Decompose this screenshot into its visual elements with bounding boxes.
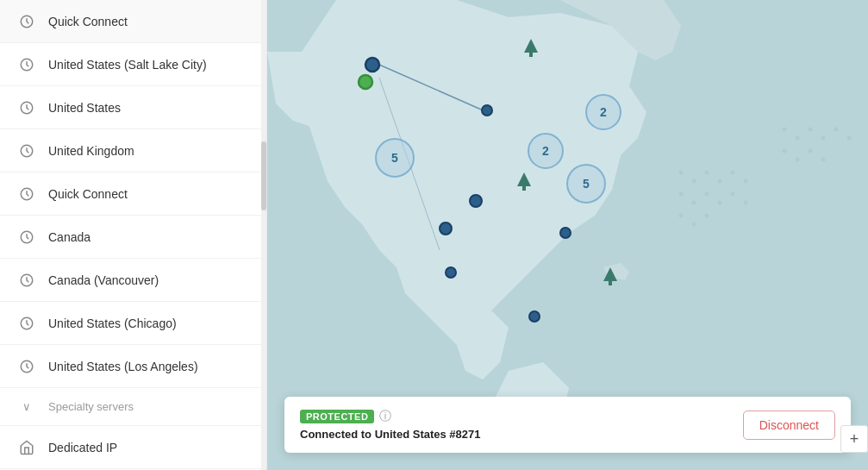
svg-point-14 [718, 179, 722, 184]
clock-icon [17, 271, 36, 290]
clock-icon [17, 141, 36, 160]
sidebar: Quick Connect United States (Salt Lake C… [0, 0, 267, 470]
svg-rect-43 [609, 281, 612, 285]
specialty-servers-label: Specialty servers [48, 400, 134, 413]
sidebar-label: Quick Connect [48, 187, 128, 201]
svg-point-13 [705, 171, 709, 175]
sidebar-item-us-la[interactable]: United States (Los Angeles) [0, 345, 266, 388]
svg-point-11 [679, 171, 684, 175]
svg-point-23 [679, 214, 684, 218]
disconnect-button[interactable]: Disconnect [743, 410, 835, 440]
sidebar-label: Quick Connect [48, 15, 128, 28]
sidebar-item-dedicated-ip[interactable]: Dedicated IP [0, 426, 266, 469]
svg-point-26 [783, 128, 787, 132]
clock-icon [17, 228, 36, 247]
sidebar-item-united-states[interactable]: United States [0, 86, 266, 129]
clock-icon [17, 12, 36, 31]
svg-point-18 [692, 201, 696, 205]
protected-badge: PROTECTED ⓘ [300, 409, 481, 424]
svg-point-56 [440, 222, 452, 235]
scrollbar[interactable] [261, 0, 266, 470]
sidebar-item-us-slc[interactable]: United States (Salt Lake City) [0, 43, 266, 86]
sidebar-item-canada-vancouver[interactable]: Canada (Vancouver) [0, 259, 266, 302]
svg-point-54 [482, 105, 492, 116]
svg-point-52 [365, 58, 379, 72]
sidebar-item-specialty-servers[interactable]: ∨ Specialty servers [0, 388, 266, 426]
sidebar-label: Canada [48, 230, 91, 244]
svg-rect-39 [529, 53, 533, 57]
connected-text: Connected to United States #8271 [300, 428, 481, 441]
svg-text:2: 2 [542, 144, 549, 158]
sidebar-label: United Kingdom [48, 144, 134, 158]
info-icon[interactable]: ⓘ [379, 409, 391, 424]
svg-point-55 [470, 195, 482, 207]
sidebar-item-united-kingdom[interactable]: United Kingdom [0, 129, 266, 172]
svg-point-30 [834, 128, 839, 132]
clock-icon [17, 357, 36, 376]
svg-text:5: 5 [391, 151, 398, 165]
svg-point-58 [446, 267, 456, 278]
svg-point-15 [731, 171, 735, 175]
chevron-down-icon: ∨ [17, 398, 36, 417]
clock-icon [17, 314, 36, 333]
scroll-thumb[interactable] [261, 141, 266, 210]
sidebar-item-quick-connect-1[interactable]: Quick Connect [0, 0, 266, 43]
svg-text:2: 2 [600, 105, 607, 119]
svg-point-34 [809, 149, 813, 154]
svg-point-57 [560, 228, 571, 238]
clock-icon [17, 98, 36, 117]
sidebar-item-us-chicago[interactable]: United States (Chicago) [0, 302, 266, 345]
clock-icon [17, 185, 36, 204]
sidebar-item-quick-connect-2[interactable]: Quick Connect [0, 172, 266, 216]
clock-icon [17, 55, 36, 74]
svg-point-25 [705, 214, 709, 218]
svg-point-33 [796, 158, 800, 162]
svg-point-28 [809, 128, 813, 132]
svg-point-35 [821, 158, 826, 162]
svg-point-12 [692, 179, 696, 184]
svg-point-20 [718, 201, 722, 205]
status-left: PROTECTED ⓘ Connected to United States #… [300, 409, 481, 441]
sidebar-label: United States (Los Angeles) [48, 360, 198, 373]
svg-point-29 [821, 136, 826, 141]
svg-point-17 [679, 192, 684, 197]
svg-point-22 [744, 201, 748, 205]
svg-text:5: 5 [583, 177, 590, 191]
status-bar: PROTECTED ⓘ Connected to United States #… [284, 397, 851, 453]
svg-point-59 [529, 311, 540, 322]
svg-point-24 [692, 222, 696, 227]
svg-point-31 [847, 136, 852, 141]
svg-rect-41 [522, 186, 526, 191]
sidebar-label: United States (Salt Lake City) [48, 58, 207, 72]
sidebar-label: United States [48, 101, 121, 115]
sidebar-item-canada[interactable]: Canada [0, 216, 266, 259]
map-area: 2 5 2 5 PROTECTED ⓘ [267, 0, 868, 470]
sidebar-label: United States (Chicago) [48, 316, 177, 330]
svg-point-27 [796, 136, 800, 141]
home-icon [17, 438, 36, 457]
protected-label: PROTECTED [300, 410, 374, 423]
svg-point-19 [705, 192, 709, 197]
svg-point-16 [744, 179, 748, 184]
sidebar-label: Dedicated IP [48, 441, 117, 454]
sidebar-label: Canada (Vancouver) [48, 273, 159, 287]
zoom-in-button[interactable]: + [840, 425, 868, 453]
svg-point-32 [783, 149, 787, 154]
svg-point-21 [731, 192, 735, 197]
svg-point-53 [359, 75, 372, 89]
